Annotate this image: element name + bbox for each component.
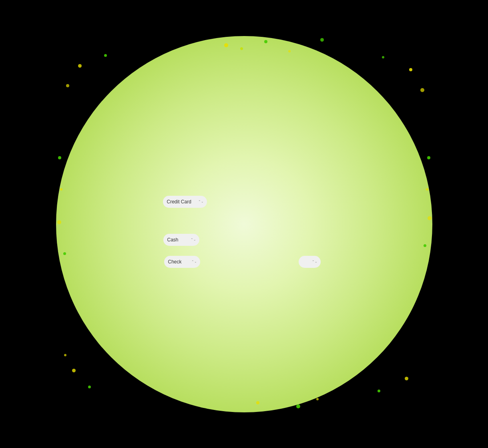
payment-type-select-wrap-1[interactable]: Credit Card Debit Card: [163, 196, 207, 208]
check-type-select[interactable]: Check: [164, 256, 200, 268]
cash-type-select[interactable]: Cash: [163, 234, 199, 246]
paid-select[interactable]: [299, 256, 321, 268]
check-type-select-wrap[interactable]: Check: [164, 256, 200, 268]
paid-select-wrap[interactable]: [299, 256, 321, 268]
payment-type-select-1[interactable]: Credit Card Debit Card: [163, 196, 207, 208]
cash-type-select-wrap[interactable]: Cash: [163, 234, 199, 246]
